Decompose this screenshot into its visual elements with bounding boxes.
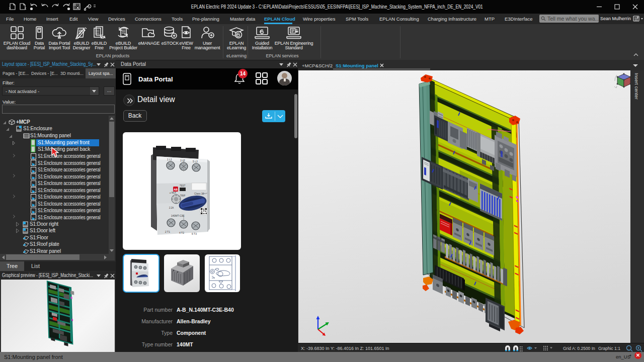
svg-text:5 L3: 5 L3 [193, 160, 198, 163]
svg-text:1 L1: 1 L1 [167, 158, 172, 161]
svg-text:2 T1: 2 T1 [165, 230, 170, 233]
svg-text:140MT-C3E: 140MT-C3E [171, 214, 185, 217]
svg-text:6 T3: 6 T3 [192, 232, 197, 235]
svg-text:AB: AB [174, 188, 178, 191]
svg-text:3 L2: 3 L2 [180, 159, 185, 162]
svg-text:4 T2: 4 T2 [179, 231, 184, 234]
svg-text:TRIP: TRIP [180, 195, 185, 197]
svg-text:TEST: TEST [180, 185, 186, 187]
svg-text:2.2A: 2.2A [169, 207, 174, 209]
svg-text:⌀ MLK: ⌀ MLK [170, 192, 176, 194]
